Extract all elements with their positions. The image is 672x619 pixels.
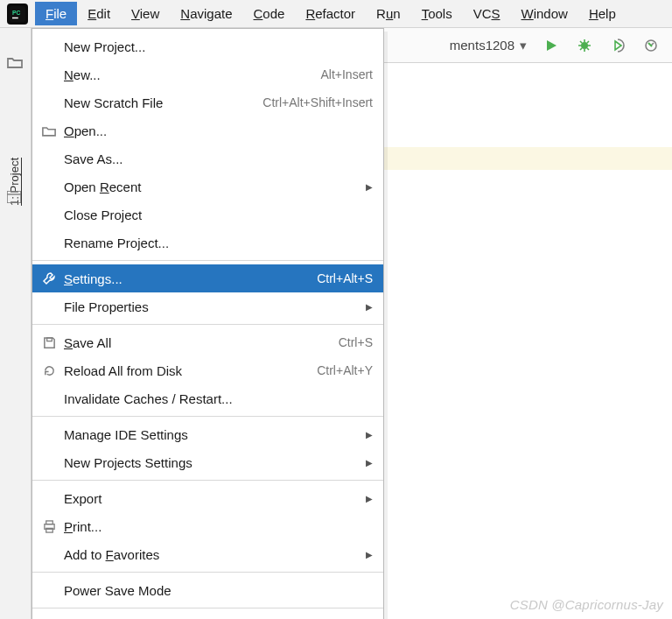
menu-item-label: Settings... (64, 271, 122, 286)
reload-icon (41, 364, 57, 377)
editor-highlight-band (383, 147, 672, 170)
menu-item-shortcut: Ctrl+Alt+Y (317, 363, 373, 377)
run-config-selector[interactable]: ments1208 ▾ (450, 38, 527, 53)
chevron-right-icon: ▶ (366, 458, 373, 468)
menu-item-label: New Projects Settings (64, 455, 192, 470)
chevron-right-icon: ▶ (366, 182, 373, 192)
svg-rect-2 (12, 17, 18, 18)
menu-item-manage-ide-settings[interactable]: Manage IDE Settings▶ (32, 420, 383, 448)
menu-item-shortcut: Ctrl+S (339, 335, 373, 349)
menu-item-settings[interactable]: Settings...Ctrl+Alt+S (32, 264, 383, 292)
menu-separator (32, 260, 383, 261)
svg-text:PC: PC (12, 9, 21, 15)
menu-item-label: New Scratch File (64, 95, 163, 110)
folder-icon (41, 125, 57, 137)
menu-code[interactable]: Code (243, 2, 296, 25)
menu-help[interactable]: Help (578, 2, 626, 25)
wrench-icon (41, 271, 57, 285)
menu-item-export[interactable]: Export▶ (32, 484, 383, 512)
menu-item-label: Save As... (64, 151, 123, 166)
folder-icon[interactable] (7, 56, 23, 68)
menu-item-exit[interactable]: Exit (32, 612, 383, 619)
menu-item-new[interactable]: New...Alt+Insert (32, 60, 383, 88)
menu-item-new-projects-settings[interactable]: New Projects Settings▶ (32, 448, 383, 476)
menu-item-label: New Project... (64, 39, 145, 54)
menu-item-label: Save All (64, 335, 111, 350)
svg-rect-5 (7, 191, 21, 203)
menu-item-label: Rename Project... (64, 236, 169, 250)
menu-item-shortcut: Ctrl+Alt+Shift+Insert (262, 95, 373, 109)
menu-item-label: Power Save Mode (64, 583, 172, 598)
svg-point-3 (581, 42, 588, 49)
left-tool-rail: 1: Project (0, 28, 32, 619)
menu-run[interactable]: Run (366, 2, 411, 25)
run-with-coverage-icon[interactable] (609, 37, 626, 54)
menu-item-open[interactable]: Open... (32, 116, 383, 144)
chevron-right-icon: ▶ (366, 494, 373, 503)
chevron-down-icon: ▾ (520, 38, 527, 53)
menu-item-save-all[interactable]: Save AllCtrl+S (32, 328, 383, 356)
menu-item-print[interactable]: Print... (32, 512, 383, 540)
menu-item-label: File Properties (64, 299, 149, 314)
menu-item-new-scratch-file[interactable]: New Scratch FileCtrl+Alt+Shift+Insert (32, 88, 383, 116)
menu-item-invalidate-caches-restart[interactable]: Invalidate Caches / Restart... (32, 384, 383, 412)
menu-item-label: New... (64, 67, 101, 82)
menu-file[interactable]: File (35, 2, 77, 25)
menu-edit[interactable]: Edit (77, 2, 121, 25)
save-icon (41, 336, 57, 349)
menu-item-label: Close Project (64, 208, 142, 222)
pycharm-icon: PC (7, 4, 28, 25)
menu-separator (32, 572, 383, 573)
menu-tools[interactable]: Tools (411, 2, 463, 25)
menu-view[interactable]: View (121, 2, 170, 25)
profile-icon[interactable] (642, 37, 660, 54)
watermark-text: CSDN @Capricornus-Jay (510, 597, 663, 612)
menu-item-label: Open Recent (64, 179, 141, 194)
menu-item-label: Manage IDE Settings (64, 427, 188, 442)
menu-navigate[interactable]: Navigate (170, 2, 242, 25)
menu-item-file-properties[interactable]: File Properties▶ (32, 292, 383, 320)
chevron-right-icon: ▶ (366, 550, 373, 559)
structure-icon[interactable] (7, 191, 21, 203)
menu-item-close-project[interactable]: Close Project (32, 200, 383, 229)
menu-item-label: Reload All from Disk (64, 363, 182, 378)
svg-rect-7 (46, 337, 52, 341)
print-icon (41, 520, 57, 533)
menu-item-rename-project[interactable]: Rename Project... (32, 229, 383, 257)
menu-item-shortcut: Ctrl+Alt+S (317, 271, 373, 285)
menu-item-label: Open... (64, 123, 107, 138)
menu-window[interactable]: Window (511, 2, 578, 25)
chevron-right-icon: ▶ (366, 302, 373, 312)
menu-separator (32, 324, 383, 325)
menu-separator (32, 480, 383, 481)
menu-item-label: Invalidate Caches / Restart... (64, 391, 233, 406)
menu-item-new-project[interactable]: New Project... (32, 32, 383, 60)
menu-item-label: Add to Favorites (64, 547, 159, 562)
debug-icon[interactable] (576, 37, 593, 54)
menu-item-add-to-favorites[interactable]: Add to Favorites▶ (32, 540, 383, 568)
file-menu-dropdown: New Project...New...Alt+InsertNew Scratc… (32, 28, 384, 619)
chevron-right-icon: ▶ (366, 430, 373, 440)
menu-item-shortcut: Alt+Insert (320, 67, 373, 81)
menu-separator (32, 416, 383, 417)
menu-bar: PC FileEditViewNavigateCodeRefactorRunTo… (0, 0, 672, 28)
menu-separator (32, 608, 383, 608)
menu-item-reload-all-from-disk[interactable]: Reload All from DiskCtrl+Alt+Y (32, 356, 383, 384)
menu-item-open-recent[interactable]: Open Recent▶ (32, 172, 383, 200)
run-icon[interactable] (542, 37, 560, 54)
menu-item-label: Export (64, 491, 102, 506)
menu-vcs[interactable]: VCS (463, 2, 511, 25)
menu-item-power-save-mode[interactable]: Power Save Mode (32, 576, 383, 604)
menu-item-save-as[interactable]: Save As... (32, 144, 383, 172)
run-config-label: ments1208 (450, 38, 514, 53)
menu-refactor[interactable]: Refactor (295, 2, 366, 25)
menu-item-label: Print... (64, 519, 102, 534)
